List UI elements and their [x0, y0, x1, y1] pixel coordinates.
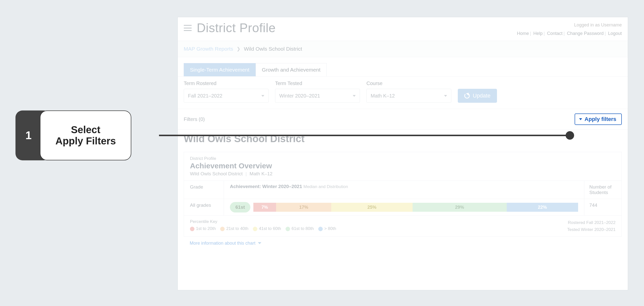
app-frame: District Profile Logged in as Username H…: [178, 17, 628, 290]
card-footer: Percentile Key 1st to 20th 21st to 40th …: [184, 216, 622, 236]
segment-41-60: 25%: [331, 203, 412, 212]
field-term-tested: Term Tested Winter 2020–2021: [275, 80, 360, 103]
link-home[interactable]: Home: [517, 31, 529, 36]
chevron-down-icon: [258, 242, 261, 244]
label-term-tested: Term Tested: [275, 80, 360, 86]
col-hdr-grade: Grade: [184, 181, 224, 199]
filters-count-label: Filters (0): [184, 116, 205, 122]
step-text: Select Apply Filters: [40, 110, 131, 160]
step-text-line2: Apply Filters: [56, 135, 116, 147]
apply-filters-label: Apply filters: [584, 116, 616, 122]
footer-rostered: Rostered Fall 2021–2022: [567, 219, 616, 226]
link-logout[interactable]: Logout: [608, 31, 622, 36]
cell-achievement: 61st 7% 17% 25% 29% 22%: [224, 199, 584, 216]
link-contact[interactable]: Contact: [547, 31, 562, 36]
caret-down-icon: [579, 118, 582, 120]
segment-61-80: 29%: [412, 203, 507, 212]
dot-icon: [253, 227, 257, 231]
field-course: Course Math K–12: [366, 80, 451, 103]
legend-item-3: 41st to 60th: [253, 226, 281, 231]
label-course: Course: [366, 80, 451, 86]
achievement-hdr-title: Achievement: Winter 2020–2021: [230, 184, 302, 189]
instruction-callout: 1 Select Apply Filters: [16, 110, 131, 160]
select-course[interactable]: Math K–12: [366, 89, 451, 103]
footer-terms: Rostered Fall 2021–2022 Tested Winter 20…: [567, 219, 616, 233]
table-header-row: Grade Achievement: Winter 2020–2021 Medi…: [184, 181, 622, 199]
distribution-bar: 61st 7% 17% 25% 29% 22%: [230, 202, 578, 213]
link-change-password[interactable]: Change Password: [567, 31, 604, 36]
percentile-legend: Percentile Key 1st to 20th 21st to 40th …: [190, 219, 336, 231]
legend-label-2: 21st to 40th: [226, 226, 248, 231]
step-text-line1: Select: [71, 124, 100, 135]
legend-item-4: 61st to 80th: [286, 226, 314, 231]
callout-endpoint-dot: [566, 131, 574, 140]
legend-label-3: 41st to 60th: [259, 226, 281, 231]
legend-label-4: 61st to 80th: [292, 226, 314, 231]
breadcrumb-root[interactable]: MAP Growth Reports: [184, 46, 233, 52]
tab-single-term-achievement[interactable]: Single-Term Achievement: [184, 63, 256, 76]
main-content: Wild Owls School District District Profi…: [178, 130, 628, 252]
segment-21-40: 17%: [276, 203, 331, 212]
value-term-tested: Winter 2020–2021: [279, 93, 320, 99]
table-row: All grades 61st 7% 17% 25% 29% 22% 744: [184, 199, 622, 216]
select-term-tested[interactable]: Winter 2020–2021: [275, 89, 360, 103]
apply-filters-button[interactable]: Apply filters: [574, 113, 622, 125]
breadcrumb: MAP Growth Reports ❯ Wild Owls School Di…: [178, 41, 628, 57]
col-hdr-students: Number of Students: [584, 181, 622, 199]
cell-student-count: 744: [584, 199, 622, 216]
legend-item-2: 21st to 40th: [220, 226, 248, 231]
update-button-label: Update: [473, 92, 490, 99]
logged-in-text: Logged in as Username: [517, 21, 622, 29]
filters-bar: Filters (0) Apply filters: [178, 109, 628, 130]
select-term-rostered[interactable]: Fall 2021–2022: [184, 89, 268, 103]
card-header: District Profile Achievement Overview Wi…: [184, 152, 622, 181]
chevron-right-icon: ❯: [237, 46, 240, 52]
pipe-sep: |: [244, 171, 248, 176]
label-term-rostered: Term Rostered: [184, 80, 268, 86]
value-term-rostered: Fall 2021–2022: [188, 93, 222, 99]
field-term-rostered: Term Rostered Fall 2021–2022: [184, 80, 268, 103]
dot-icon: [318, 227, 323, 231]
achievement-hdr-sub: Median and Distribution: [303, 184, 348, 189]
more-info-link[interactable]: More information about this chart: [184, 237, 622, 246]
more-info-label: More information about this chart: [190, 241, 255, 246]
menu-icon[interactable]: [184, 25, 192, 31]
cell-grade: All grades: [184, 199, 224, 216]
legend-title: Percentile Key: [190, 219, 336, 224]
achievement-overview-card: District Profile Achievement Overview Wi…: [184, 152, 622, 236]
header-right: Logged in as Username Home| Help| Contac…: [517, 21, 622, 38]
dot-icon: [286, 227, 290, 231]
tab-list: Single-Term Achievement Growth and Achie…: [178, 57, 628, 76]
value-course: Math K–12: [371, 93, 395, 99]
col-hdr-achievement: Achievement: Winter 2020–2021 Median and…: [224, 181, 584, 199]
breadcrumb-current: Wild Owls School District: [244, 46, 302, 52]
legend-label-1: 1st to 20th: [196, 226, 216, 231]
footer-tested: Tested Winter 2020–2021: [567, 226, 616, 233]
refresh-icon: [464, 93, 470, 98]
update-button[interactable]: Update: [458, 89, 497, 103]
segment-1-20: 7%: [253, 203, 276, 212]
legend-item-5: > 80th: [318, 226, 336, 231]
legend-item-1: 1st to 20th: [190, 226, 216, 231]
card-subtitle: Wild Owls School District | Math K–12: [190, 171, 616, 177]
segment-80-plus: 22%: [507, 203, 578, 212]
median-percentile-pill: 61st: [230, 202, 250, 213]
header-links: Home| Help| Contact| Change Password| Lo…: [517, 29, 622, 38]
link-help[interactable]: Help: [534, 31, 543, 36]
card-eyebrow: District Profile: [190, 156, 616, 161]
dot-icon: [220, 227, 225, 231]
chevron-down-icon: [444, 95, 447, 97]
callout-line: [159, 135, 569, 136]
tab-growth-and-achievement[interactable]: Growth and Achievement: [256, 63, 327, 76]
dot-icon: [190, 227, 194, 231]
header-left: District Profile: [184, 21, 276, 35]
stacked-bar: 7% 17% 25% 29% 22%: [253, 203, 578, 212]
legend-label-5: > 80th: [324, 226, 336, 231]
chevron-down-icon: [261, 95, 264, 97]
app-header: District Profile Logged in as Username H…: [178, 17, 628, 41]
term-selector-row: Term Rostered Fall 2021–2022 Term Tested…: [178, 76, 628, 109]
card-title: Achievement Overview: [190, 162, 616, 170]
card-sub-course: Math K–12: [250, 171, 272, 176]
card-sub-district: Wild Owls School District: [190, 171, 242, 176]
page-title: District Profile: [197, 21, 276, 35]
